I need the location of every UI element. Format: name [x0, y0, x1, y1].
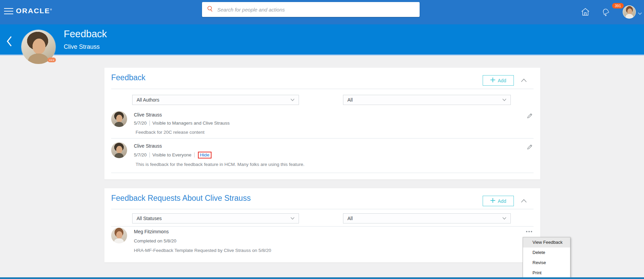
- divider: [111, 89, 534, 89]
- back-button[interactable]: [5, 35, 14, 49]
- menu-item-delete[interactable]: Delete: [523, 248, 570, 258]
- search-icon: [207, 5, 214, 14]
- global-search[interactable]: [202, 2, 420, 17]
- request-author-name: Meg Fitzimmons: [134, 229, 169, 234]
- oracle-logo: ORACLE®: [16, 7, 52, 15]
- type-filter-select[interactable]: All: [343, 213, 511, 223]
- requests-card-title: Feedback Requests About Clive Strauss: [111, 194, 251, 203]
- registered-mark: ®: [50, 8, 52, 11]
- chevron-down-icon: [502, 99, 506, 101]
- feedback-meta: 5/7/20Visible to Managers and Clive Stra…: [134, 121, 229, 126]
- add-feedback-request-button[interactable]: Add: [483, 196, 514, 206]
- divider: [111, 226, 534, 227]
- avatar-actions-badge[interactable]: [47, 58, 56, 62]
- menu-item-revise[interactable]: Revise: [523, 258, 570, 268]
- page-title: Feedback: [64, 28, 107, 40]
- chevron-down-icon: [502, 217, 506, 220]
- separator: [149, 152, 150, 157]
- row-actions-context-menu: View Feedback Delete Revise Print: [523, 237, 570, 278]
- request-status: Completed on 5/8/20: [134, 238, 176, 243]
- feedback-card: Feedback Add All Authors All Clive Strau…: [104, 68, 540, 179]
- feedback-text: This is feedback for the feedback featur…: [136, 162, 304, 167]
- request-text: HRA-MF-Feedback Template Requested by Cl…: [134, 248, 271, 253]
- menu-item-print[interactable]: Print: [523, 268, 570, 278]
- separator: [194, 152, 195, 157]
- collapse-section-icon[interactable]: [521, 198, 527, 204]
- feedback-author-name: Clive Strauss: [134, 112, 162, 117]
- divider: [111, 138, 534, 138]
- feedback-author-avatar: [111, 111, 127, 127]
- menu-item-view-feedback[interactable]: View Feedback: [523, 237, 570, 248]
- divider: [111, 173, 534, 173]
- collapse-section-icon[interactable]: [521, 78, 527, 84]
- top-navigation-bar: ORACLE® 391: [0, 0, 644, 24]
- notifications-bell-icon[interactable]: [601, 7, 611, 18]
- feedback-card-title: Feedback: [111, 73, 145, 82]
- row-actions-ellipsis-icon[interactable]: [526, 230, 532, 234]
- feedback-text: Feedback for 20C release content: [136, 130, 204, 135]
- feedback-meta: 5/7/20Visible to EveryoneHide: [134, 152, 212, 158]
- search-input[interactable]: [217, 7, 415, 13]
- feedback-author-avatar: [111, 142, 127, 158]
- chevron-down-icon: [290, 99, 295, 101]
- plus-icon: [490, 198, 495, 204]
- edit-pencil-icon[interactable]: [526, 144, 533, 152]
- chevron-down-icon: [290, 217, 295, 220]
- divider: [111, 209, 534, 209]
- edit-pencil-icon[interactable]: [526, 113, 533, 121]
- notification-count-badge: 391: [612, 3, 624, 8]
- user-avatar[interactable]: [623, 5, 636, 19]
- separator: [149, 121, 150, 126]
- status-filter-select[interactable]: All Statuses: [132, 213, 299, 223]
- app-window: ORACLE® 391: [0, 0, 644, 279]
- annotation-highlight-box: Hide: [198, 152, 212, 158]
- feedback-author-name: Clive Strauss: [134, 143, 162, 149]
- plus-icon: [490, 78, 495, 83]
- feedback-requests-card: Feedback Requests About Clive Strauss Ad…: [104, 188, 540, 262]
- home-button[interactable]: [580, 7, 590, 18]
- request-author-avatar: [111, 228, 127, 243]
- author-filter-select[interactable]: All Authors: [132, 95, 299, 105]
- page-subtitle: Clive Strauss: [64, 43, 100, 50]
- add-feedback-button[interactable]: Add: [483, 75, 514, 86]
- chevron-down-icon[interactable]: [638, 10, 642, 16]
- hamburger-menu-icon[interactable]: [4, 8, 13, 16]
- type-filter-select[interactable]: All: [343, 95, 511, 105]
- bottom-accent-bar: [0, 277, 644, 279]
- hide-link[interactable]: Hide: [200, 152, 209, 157]
